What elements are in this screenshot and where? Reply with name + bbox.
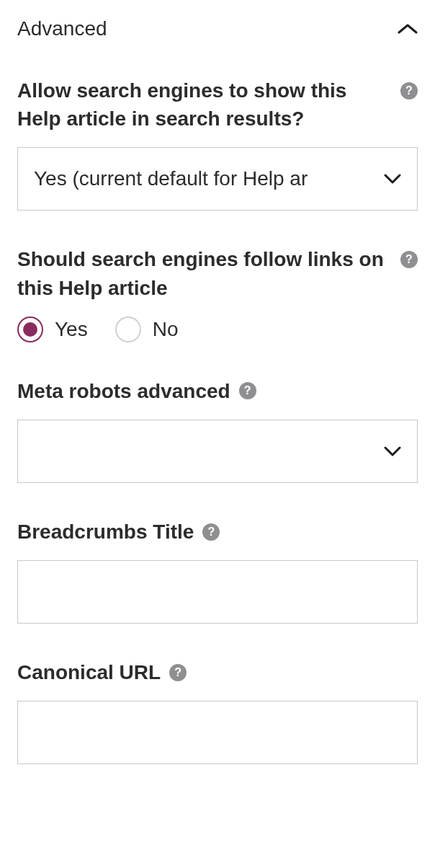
canonical-field: Canonical URL ? <box>17 658 418 764</box>
help-icon[interactable]: ? <box>239 382 256 399</box>
help-icon[interactable]: ? <box>400 251 418 268</box>
breadcrumbs-input[interactable] <box>17 560 418 624</box>
help-icon[interactable]: ? <box>202 523 220 541</box>
radio-icon <box>115 316 141 342</box>
radio-label-yes: Yes <box>55 318 88 341</box>
allow-search-label: Allow search engines to show this Help a… <box>17 76 400 133</box>
chevron-down-icon <box>384 174 401 184</box>
follow-links-no[interactable]: No <box>115 316 179 342</box>
radio-label-no: No <box>153 318 179 341</box>
canonical-label: Canonical URL <box>17 658 161 686</box>
meta-robots-field: Meta robots advanced ? <box>17 377 418 483</box>
breadcrumbs-field: Breadcrumbs Title ? <box>17 518 418 624</box>
radio-icon <box>17 316 43 342</box>
allow-search-field: Allow search engines to show this Help a… <box>17 76 418 211</box>
section-title: Advanced <box>17 17 107 40</box>
help-icon[interactable]: ? <box>169 664 187 681</box>
meta-robots-select[interactable] <box>17 420 418 483</box>
chevron-down-icon <box>384 446 401 456</box>
follow-links-yes[interactable]: Yes <box>17 316 88 342</box>
help-icon[interactable]: ? <box>400 82 418 99</box>
breadcrumbs-label: Breadcrumbs Title <box>17 518 194 546</box>
allow-search-value: Yes (current default for Help ar <box>34 167 308 190</box>
meta-robots-label: Meta robots advanced <box>17 377 230 405</box>
canonical-input[interactable] <box>17 701 418 764</box>
chevron-up-icon <box>398 24 418 34</box>
radio-dot-icon <box>23 322 37 337</box>
allow-search-select[interactable]: Yes (current default for Help ar <box>17 147 418 211</box>
advanced-section-header[interactable]: Advanced <box>17 17 418 40</box>
follow-links-field: Should search engines follow links on th… <box>17 245 418 342</box>
follow-links-radios: Yes No <box>17 316 418 342</box>
follow-links-label: Should search engines follow links on th… <box>17 245 400 301</box>
